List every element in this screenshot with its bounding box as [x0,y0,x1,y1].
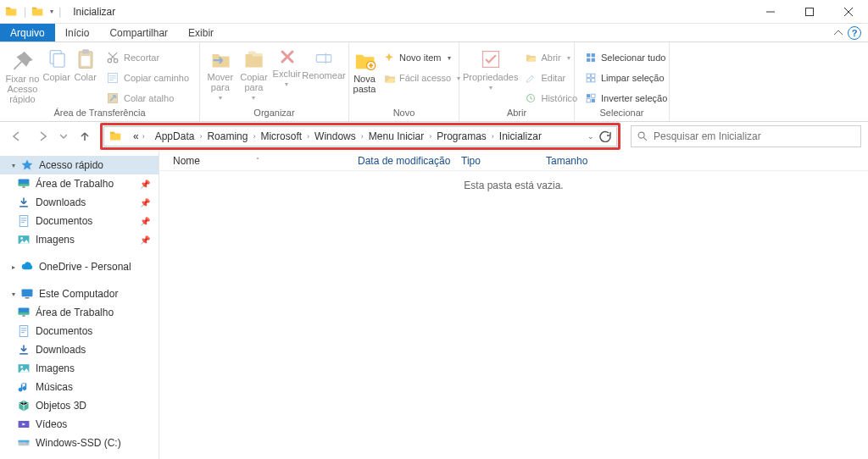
sidebar-item-onedrive[interactable]: ▸OneDrive - Personal [0,257,159,276]
scissors-icon [106,51,120,64]
select-none-icon [585,72,597,84]
edit-button[interactable]: Editar [521,69,581,87]
navigation-pane[interactable]: ▾Acesso rápido Área de Trabalho📌 Downloa… [0,151,159,459]
delete-button[interactable]: Excluir▾ [270,45,303,88]
new-item-button[interactable]: Novo item▾ [380,48,464,67]
sidebar-item-desktop[interactable]: Área de Trabalho📌 [0,174,159,193]
rename-button[interactable]: Renomear [303,45,345,80]
properties-button[interactable]: Propriedades▾ [463,45,518,91]
sidebar-item-pc-videos[interactable]: Vídeos [0,415,159,434]
breadcrumb-segment[interactable]: Menu Iniciar [364,130,429,142]
breadcrumb-segment[interactable]: Inicializar [494,130,547,142]
chevron-down-icon: ▾ [489,84,492,91]
search-input[interactable] [654,130,855,142]
sidebar-item-this-pc[interactable]: ▾Este Computador [0,285,159,303]
drive-icon [17,436,31,450]
breadcrumb-segment[interactable]: Programas [431,130,492,142]
group-label-open: Abrir [463,108,570,121]
breadcrumb-segment[interactable]: Roaming [202,130,253,142]
expand-icon: ▾ [12,162,15,169]
history-icon [525,92,537,104]
nav-forward-button[interactable] [32,126,53,147]
sidebar-item-pc-downloads[interactable]: Downloads [0,340,159,359]
nav-recent-button[interactable] [58,126,70,147]
move-to-button[interactable]: Mover para▾ [203,45,237,102]
breadcrumb-segment[interactable]: Windows [309,130,361,142]
select-invert-button[interactable]: Inverter seleção [581,89,670,108]
history-button[interactable]: Histórico [521,89,581,108]
minimize-button[interactable] [751,0,790,24]
breadcrumb-segment[interactable]: AppData [150,130,200,142]
chevron-down-icon: ▾ [252,94,255,102]
nav-up-button[interactable] [75,126,95,147]
pin-icon: 📌 [140,198,150,207]
sidebar-item-pictures[interactable]: Imagens📌 [0,230,159,249]
tab-file[interactable]: Arquivo [0,24,55,41]
paste-icon [75,48,97,70]
expand-icon[interactable]: ▾ [12,290,15,298]
group-label-clipboard: Área de Transferência [3,108,196,121]
search-box[interactable] [631,125,861,147]
pin-quickaccess-button[interactable]: Fixar no Acesso rápido [3,45,42,104]
chevron-down-icon: ▾ [219,94,222,102]
qat-folder-icon[interactable] [31,5,45,19]
copy-to-button[interactable]: Copiar para▾ [237,45,271,102]
paste-button[interactable]: Colar [71,45,99,82]
open-button[interactable]: Abrir▾ [521,48,581,67]
tab-share[interactable]: Compartilhar [99,24,178,41]
column-name[interactable]: Nome˄ [173,155,358,167]
sidebar-item-pc-pictures[interactable]: Imagens [0,359,159,378]
sidebar-item-downloads[interactable]: Downloads📌 [0,193,159,212]
new-folder-icon [353,48,376,72]
column-type[interactable]: Tipo [461,155,546,167]
close-button[interactable] [829,0,868,24]
column-headers[interactable]: Nome˄ Data de modificação Tipo Tamanho [159,151,868,171]
pin-icon: 📌 [140,235,150,245]
sidebar-item-pc-3dobjects[interactable]: Objetos 3D [0,396,159,415]
sort-asc-icon: ˄ [256,157,259,164]
expand-icon[interactable]: ▸ [12,263,15,271]
select-all-icon [585,52,597,64]
folder-icon [5,5,19,19]
window-title: Inicializar [66,6,115,18]
ribbon-collapse-button[interactable] [829,24,848,41]
copy-button[interactable]: Copiar [42,45,72,82]
refresh-button[interactable] [599,130,611,142]
qat-chevron-icon[interactable]: ▾ [50,8,53,15]
pin-icon: 📌 [140,180,150,189]
easy-access-button[interactable]: Fácil acesso▾ [380,69,464,87]
column-size[interactable]: Tamanho [546,155,614,167]
copy-path-button[interactable]: Copiar caminho [103,69,192,87]
tab-view[interactable]: Exibir [178,24,224,41]
download-icon [17,196,31,209]
address-bar[interactable]: « › AppData›Roaming›Microsoft›Windows›Me… [103,126,617,147]
pictures-icon [17,362,31,375]
address-dropdown-button[interactable]: ⌄ [587,132,594,141]
nav-back-button[interactable] [7,126,27,147]
select-none-button[interactable]: Limpar seleção [581,69,670,87]
breadcrumb-start[interactable]: « › [128,130,150,142]
folder-icon [109,130,123,143]
paste-shortcut-button[interactable]: Colar atalho [103,89,192,108]
quick-access[interactable]: ▾Acesso rápido [0,156,159,174]
desktop-icon [17,306,31,319]
sidebar-item-documents[interactable]: Documentos📌 [0,212,159,230]
column-modified[interactable]: Data de modificação [358,155,461,167]
group-label-organize: Organizar [203,108,345,121]
group-label-new: Novo [353,108,455,121]
tab-home[interactable]: Início [55,24,100,41]
delete-icon [277,48,296,67]
chevron-down-icon: ▾ [285,80,288,88]
sidebar-item-pc-desktop[interactable]: Área de Trabalho [0,303,159,322]
select-all-button[interactable]: Selecionar tudo [581,48,670,67]
maximize-button[interactable] [790,0,829,24]
new-folder-button[interactable]: Nova pasta [353,45,376,94]
cut-button[interactable]: Recortar [103,48,192,67]
sidebar-item-pc-music[interactable]: Músicas [0,378,159,396]
move-to-icon [209,48,231,70]
help-button[interactable]: ? [848,26,861,40]
sidebar-item-pc-documents[interactable]: Documentos [0,322,159,340]
breadcrumb-segment[interactable]: Microsoft [255,130,307,142]
qat-divider2: | [58,6,61,18]
sidebar-item-pc-drive-c[interactable]: Windows-SSD (C:) [0,434,159,452]
